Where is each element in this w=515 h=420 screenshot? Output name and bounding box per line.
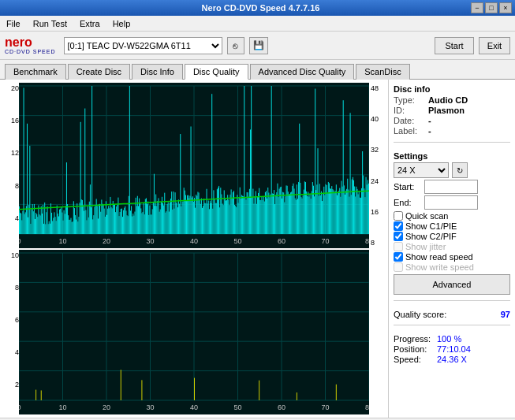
read-speed-label: Show read speed <box>405 252 473 262</box>
app-title: Nero CD-DVD Speed 4.7.7.16 <box>50 3 471 13</box>
start-input[interactable]: 000:00.00 <box>424 180 478 194</box>
disc-date-row: Date: - <box>394 116 510 125</box>
progress-row: Progress: 100 % <box>394 334 510 344</box>
progress-label: Progress: <box>394 334 437 344</box>
lower-chart-canvas <box>19 250 369 414</box>
start-label: Start: <box>394 182 421 191</box>
end-label: End: <box>394 198 421 207</box>
logo: nero CD·DVD SPEED <box>5 36 56 54</box>
progress-value: 100 % <box>437 334 461 344</box>
toolbar: nero CD·DVD SPEED [0:1] TEAC DV-W522GMA … <box>0 32 515 60</box>
read-speed-row: Show read speed <box>394 252 510 262</box>
position-row: Position: 77:10.04 <box>394 344 510 354</box>
position-value: 77:10.04 <box>437 344 471 354</box>
date-label: Date: <box>394 116 425 125</box>
jitter-row: Show jitter <box>394 242 510 251</box>
speed-select[interactable]: 24 X <box>394 162 449 178</box>
speed-label: Speed: <box>394 355 437 364</box>
disc-id-row: ID: Plasmon <box>394 106 510 115</box>
start-button[interactable]: Start <box>435 37 474 54</box>
main-content: 20 16 12 8 4 48 40 32 24 16 8 <box>0 80 515 418</box>
close-button[interactable]: × <box>499 2 512 13</box>
c2-pif-checkbox[interactable] <box>394 232 403 241</box>
menu-bar: File Run Test Extra Help <box>0 16 515 32</box>
quick-scan-label: Quick scan <box>405 211 448 221</box>
speed-row: Speed: 24.36 X <box>394 355 510 364</box>
jitter-checkbox[interactable] <box>394 242 403 251</box>
start-row: Start: 000:00.00 <box>394 180 510 194</box>
disc-label-value: - <box>428 126 431 136</box>
quick-scan-checkbox[interactable] <box>394 211 403 221</box>
id-value: Plasmon <box>428 106 465 115</box>
logo-top: nero <box>5 36 56 49</box>
y-axis-left-lower: 10 8 6 4 2 <box>3 250 19 414</box>
type-label: Type: <box>394 95 425 105</box>
drive-select[interactable]: [0:1] TEAC DV-W522GMA 6T11 <box>64 37 222 54</box>
refresh-button[interactable]: ↻ <box>452 162 468 178</box>
disc-info-section: Disc info Type: Audio CD ID: Plasmon Dat… <box>394 84 510 136</box>
c1-pie-label: Show C1/PIE <box>405 221 457 231</box>
disc-info-title: Disc info <box>394 84 510 94</box>
logo-bottom: CD·DVD SPEED <box>5 49 56 54</box>
minimize-button[interactable]: − <box>471 2 483 13</box>
position-label: Position: <box>394 344 437 354</box>
upper-chart-canvas <box>19 83 369 248</box>
quick-scan-row: Quick scan <box>394 211 510 221</box>
lower-chart <box>19 250 369 414</box>
tab-benchmark[interactable]: Benchmark <box>5 64 66 80</box>
settings-section: Settings 24 X ↻ Start: 000:00.00 End: 07… <box>394 151 510 295</box>
jitter-label: Show jitter <box>405 242 446 251</box>
tab-advanced-disc-quality[interactable]: Advanced Disc Quality <box>250 64 355 80</box>
menu-help[interactable]: Help <box>110 18 134 29</box>
y-axis-left-upper: 20 16 12 8 4 <box>3 83 19 248</box>
window-controls[interactable]: − □ × <box>471 2 512 13</box>
advanced-button[interactable]: Advanced <box>394 274 510 295</box>
exit-button[interactable]: Exit <box>479 37 510 54</box>
tab-scan-disc[interactable]: ScanDisc <box>356 64 409 80</box>
tab-create-disc[interactable]: Create Disc <box>68 64 130 80</box>
menu-extra[interactable]: Extra <box>77 18 103 29</box>
quality-value: 97 <box>501 310 510 319</box>
upper-chart-container: 20 16 12 8 4 48 40 32 24 16 8 <box>3 83 385 248</box>
c2-pif-label: Show C2/PIF <box>405 232 457 241</box>
write-speed-label: Show write speed <box>405 262 474 272</box>
quality-row: Quality score: 97 <box>394 310 510 319</box>
save-button[interactable]: 💾 <box>249 37 268 54</box>
c1-pie-row: Show C1/PIE <box>394 221 510 231</box>
eject-button[interactable]: ⎋ <box>227 37 244 54</box>
date-value: - <box>428 116 431 125</box>
c1-pie-checkbox[interactable] <box>394 221 403 231</box>
disc-label-label: Label: <box>394 126 425 136</box>
maximize-button[interactable]: □ <box>485 2 498 13</box>
y-axis-right-upper: 48 40 32 24 16 8 <box>369 83 385 248</box>
tabs: Benchmark Create Disc Disc Info Disc Qua… <box>0 60 515 80</box>
menu-run-test[interactable]: Run Test <box>30 18 70 29</box>
id-label: ID: <box>394 106 425 115</box>
disc-type-row: Type: Audio CD <box>394 95 510 105</box>
disc-label-row: Label: - <box>394 126 510 136</box>
progress-section: Progress: 100 % Position: 77:10.04 Speed… <box>394 334 510 365</box>
lower-chart-container: 10 8 6 4 2 <box>3 250 385 414</box>
speed-value: 24.36 X <box>437 355 467 364</box>
quality-label: Quality score: <box>394 310 446 319</box>
write-speed-checkbox[interactable] <box>394 262 403 272</box>
end-input[interactable]: 077:12.49 <box>424 195 478 210</box>
speed-row: 24 X ↻ <box>394 162 510 178</box>
write-speed-row: Show write speed <box>394 262 510 272</box>
menu-file[interactable]: File <box>3 18 24 29</box>
right-panel: Disc info Type: Audio CD ID: Plasmon Dat… <box>389 80 515 418</box>
settings-title: Settings <box>394 151 510 161</box>
title-bar: Nero CD-DVD Speed 4.7.7.16 − □ × <box>0 0 515 16</box>
read-speed-checkbox[interactable] <box>394 252 403 262</box>
chart-area: 20 16 12 8 4 48 40 32 24 16 8 <box>0 80 389 418</box>
tab-disc-info[interactable]: Disc Info <box>132 64 183 80</box>
c2-pif-row: Show C2/PIF <box>394 232 510 241</box>
upper-chart <box>19 83 369 248</box>
end-row: End: 077:12.49 <box>394 195 510 210</box>
tab-disc-quality[interactable]: Disc Quality <box>185 64 248 80</box>
type-value: Audio CD <box>428 95 468 105</box>
